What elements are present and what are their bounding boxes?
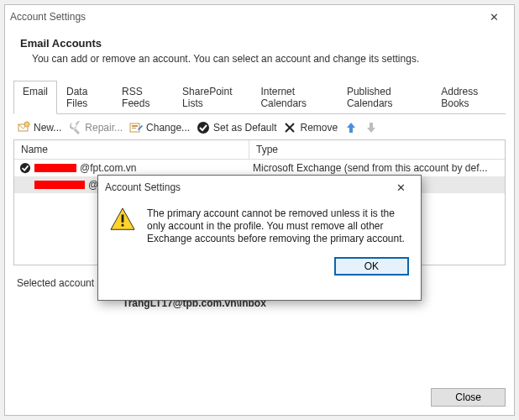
repair-button[interactable]: Repair... (68, 121, 123, 134)
new-label: New... (34, 122, 61, 134)
header-subtitle: You can add or remove an account. You ca… (20, 53, 501, 65)
dialog-body: The primary account cannot be removed un… (98, 199, 421, 252)
header-pane: Email Accounts You can add or remove an … (5, 29, 514, 76)
arrow-up-icon (344, 121, 358, 134)
set-default-label: Set as Default (213, 122, 276, 134)
dialog-message: The primary account cannot be removed un… (147, 207, 409, 245)
close-button[interactable]: Close (431, 388, 506, 407)
tab-sharepoint-lists[interactable]: SharePoint Lists (173, 81, 251, 114)
toolbar: New... Repair... Change... Set as Defaul… (13, 114, 506, 139)
move-down-button[interactable] (364, 121, 378, 134)
svg-rect-8 (122, 224, 124, 227)
svg-point-1 (24, 122, 29, 127)
row-name: @fpt.com.vn (19, 162, 249, 174)
arrow-down-icon (364, 121, 378, 134)
tab-data-files[interactable]: Data Files (57, 81, 113, 114)
tab-rss-feeds[interactable]: RSS Feeds (113, 81, 173, 114)
row-suffix: @fpt.com.vn (80, 162, 137, 174)
redacted-text (34, 181, 85, 189)
error-dialog: Account Settings ✕ The primary account c… (97, 175, 422, 301)
window-close-button[interactable]: ✕ (479, 8, 509, 26)
set-default-button[interactable]: Set as Default (197, 121, 276, 134)
change-button[interactable]: Change... (129, 121, 190, 134)
default-check-icon (19, 162, 31, 174)
tab-published-calendars[interactable]: Published Calendars (338, 81, 432, 114)
col-type[interactable]: Type (249, 140, 505, 160)
dialog-footer: OK (98, 252, 421, 286)
ok-button[interactable]: OK (334, 257, 409, 276)
remove-icon (283, 121, 296, 134)
change-icon (129, 121, 143, 134)
col-name[interactable]: Name (14, 140, 249, 160)
footer: Close (431, 388, 506, 407)
move-up-button[interactable] (344, 121, 358, 134)
dialog-title: Account Settings (105, 181, 181, 193)
new-icon (17, 121, 30, 134)
redacted-text (34, 164, 76, 172)
repair-label: Repair... (85, 122, 123, 134)
change-label: Change... (146, 122, 190, 134)
header-title: Email Accounts (20, 37, 501, 50)
svg-rect-3 (132, 125, 138, 127)
remove-button[interactable]: Remove (283, 121, 338, 134)
tab-internet-calendars[interactable]: Internet Calendars (251, 81, 338, 114)
svg-rect-7 (122, 214, 124, 222)
remove-label: Remove (300, 122, 338, 134)
check-circle-icon (197, 121, 210, 134)
repair-icon (68, 121, 81, 134)
dialog-close-button[interactable]: ✕ (387, 178, 414, 197)
titlebar: Account Settings ✕ (5, 5, 514, 29)
svg-rect-4 (132, 128, 136, 129)
svg-point-6 (20, 163, 30, 173)
tab-email[interactable]: Email (13, 81, 57, 114)
dialog-titlebar: Account Settings ✕ (98, 176, 421, 199)
window-title: Account Settings (10, 11, 86, 23)
tab-address-books[interactable]: Address Books (432, 81, 506, 114)
warning-icon (110, 207, 135, 231)
list-row[interactable]: @fpt.com.vn Microsoft Exchange (send fro… (14, 160, 505, 176)
tabs: Email Data Files RSS Feeds SharePoint Li… (13, 80, 506, 114)
list-header: Name Type (14, 140, 505, 160)
row-type: Microsoft Exchange (send from this accou… (253, 162, 500, 174)
svg-point-5 (197, 122, 209, 134)
new-button[interactable]: New... (17, 121, 61, 134)
